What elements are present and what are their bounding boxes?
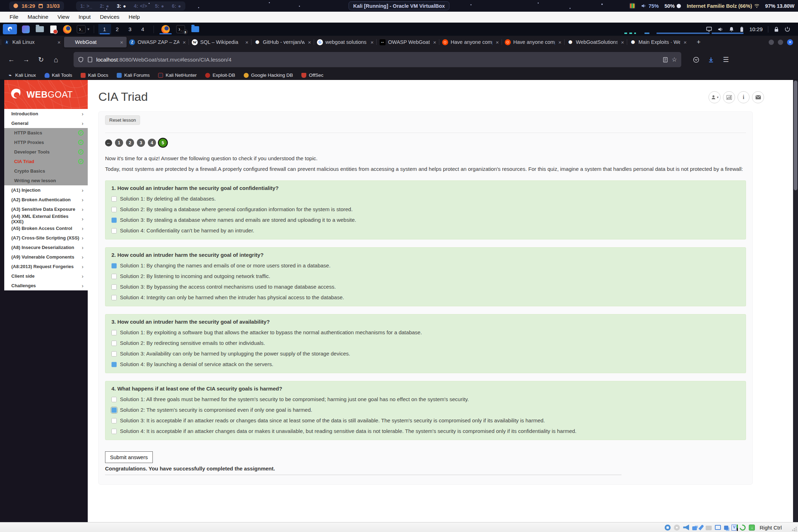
checkbox[interactable] [111,218,117,223]
brightness-widget[interactable]: 50% [664,3,681,9]
submit-answers-button[interactable]: Submit answers [105,451,153,463]
quiz-option-row[interactable]: Solution 4: It is acceptable if an attac… [111,428,740,435]
workspace-button[interactable]: 2 [111,24,124,34]
tray-app-icon[interactable] [629,3,635,9]
new-tab-button[interactable] [694,38,704,46]
battery-tray-icon[interactable] [740,27,744,32]
vbox-status-icon[interactable] [739,523,747,532]
checkbox[interactable] [111,274,117,279]
reload-button[interactable] [35,53,47,66]
running-files-window[interactable] [188,24,202,34]
checkbox[interactable] [111,362,117,367]
quiz-option-row[interactable]: Solution 3: By bypassing the access cont… [111,283,740,290]
user-menu-button[interactable] [709,91,721,103]
browser-tab[interactable]: Main Exploits · WebG [628,37,690,47]
network-widget[interactable]: Internet Familie Bolz (66%) [687,3,759,9]
url-bar[interactable]: localhost:8080/WebGoat/start.mvc#lesson/… [74,52,681,67]
checkbox[interactable] [111,196,117,202]
quiz-option-row[interactable]: Solution 3: It is acceptable if an attac… [111,417,740,424]
checkbox[interactable] [111,407,117,413]
text-editor-launcher[interactable] [48,24,58,34]
sidebar-item[interactable]: (A3) Sensitive Data Exposure [4,204,88,214]
host-workspace[interactable]: 6: ● [172,3,181,9]
workspace-button[interactable]: 3 [124,24,137,34]
firefox-launcher[interactable] [62,24,72,34]
kali-menu-button[interactable] [3,24,17,34]
quiz-option-row[interactable]: Solution 2: By stealing a database where… [111,206,740,213]
file-manager-launcher[interactable] [35,24,45,34]
logout-icon[interactable] [785,27,790,32]
volume-widget[interactable]: 75% [641,3,659,9]
clock-widget[interactable]: 16:29 31/03 [9,1,64,11]
checkbox[interactable] [111,207,117,212]
running-terminal-window[interactable]: 3 [173,24,188,34]
sidebar-item[interactable]: HTTP Basics [4,128,88,138]
bookmark-item[interactable]: Kali Forums [117,73,150,78]
browser-tab[interactable]: Have anyone comple [502,37,565,47]
quiz-option-row[interactable]: Solution 1: By deleting all the database… [111,195,740,202]
speaker-tray-icon[interactable] [717,27,723,32]
quiz-option-row[interactable]: Solution 1: By exploiting a software bug… [111,329,740,336]
bookmark-item[interactable]: Kali NetHunter [158,73,197,78]
tab-close-icon[interactable] [432,39,437,45]
reader-view-icon[interactable] [663,57,668,63]
maximize-button[interactable] [778,40,783,45]
sidebar-item[interactable]: (A8) Insecure Deserialization [4,243,88,252]
checkbox[interactable] [111,330,117,335]
tab-close-icon[interactable] [620,39,625,45]
pagination-page-button[interactable]: 1 [115,139,123,147]
menu-item[interactable]: File [6,13,22,21]
bookmark-item[interactable]: Exploit-DB [205,73,235,78]
browser-tab[interactable]: SQL – Wikipedia [189,37,252,47]
pocket-icon[interactable] [690,53,702,66]
about-button[interactable] [738,91,750,103]
bookmark-item[interactable]: OffSec [301,73,323,78]
quiz-option-row[interactable]: Solution 3: Availability can only be har… [111,350,740,357]
forward-button[interactable] [20,53,33,66]
browser-tab[interactable]: WebGoatSolutions/S [565,37,628,47]
bookmark-item[interactable]: Kali Linux [8,73,36,78]
browser-tab[interactable]: Have anyone comple [440,37,502,47]
running-firefox-window[interactable] [158,24,173,34]
terminal-launcher[interactable] [76,24,86,34]
bookmark-item[interactable]: Kali Tools [45,73,73,78]
taskbar-clock[interactable]: 10:29 [749,26,763,32]
pagination-page-button[interactable]: 4 [148,139,156,147]
notification-bell-icon[interactable] [729,27,734,32]
checkbox[interactable] [111,341,117,346]
sidebar-item[interactable]: (A2) Broken Authentication [4,195,88,204]
tab-close-icon[interactable] [557,39,562,45]
page-scrollbar[interactable] [793,80,798,522]
quiz-option-row[interactable]: Solution 2: The system's security is com… [111,406,740,414]
sidebar-item[interactable]: (A5) Broken Access Control [4,224,88,233]
back-button[interactable] [5,53,18,66]
close-button[interactable] [787,39,793,45]
sidebar-item[interactable]: General [4,118,88,128]
sidebar-item[interactable]: (A8:2013) Request Forgeries [4,262,88,271]
launcher-dropdown-caret[interactable] [87,27,89,31]
checkbox[interactable] [111,418,117,423]
host-workspace[interactable]: 1: >_ [80,3,92,9]
tab-close-icon[interactable] [307,39,312,45]
vbox-status-icon[interactable] [699,525,704,531]
vbox-status-icon[interactable] [749,525,755,531]
checkbox[interactable] [111,397,117,402]
pagination-page-button[interactable]: 2 [126,139,134,147]
host-workspaces[interactable]: 1: >_ 2: ● 3: ● 4: </> 5: ● [76,1,185,11]
checkbox[interactable] [111,263,117,268]
downloads-icon[interactable] [705,53,717,66]
tab-close-icon[interactable] [683,39,688,45]
bookmark-star-icon[interactable] [672,56,677,63]
sidebar-item[interactable]: (A7) Cross-Site Scripting (XSS) [4,233,88,243]
tab-close-icon[interactable] [495,39,500,45]
sidebar-item[interactable]: Client side [4,271,88,281]
workspace-button[interactable]: 4 [137,24,149,34]
browser-tab[interactable]: OWASP ZAP – ZAP i [127,37,189,47]
bookmark-item[interactable]: Kali Docs [81,73,108,78]
resize-grip[interactable] [792,526,797,531]
sidebar-item[interactable]: Introduction [4,109,88,118]
tab-close-icon[interactable] [244,39,249,45]
sidebar-item[interactable]: CIA Triad [4,157,88,166]
browser-tab[interactable]: webgoat solutions - [314,37,377,47]
vbox-status-icon[interactable] [683,525,689,531]
